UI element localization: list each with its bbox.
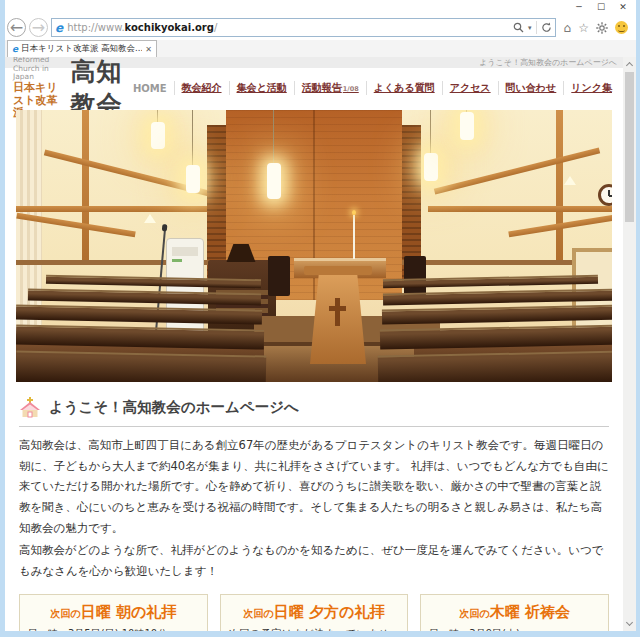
cross-icon [335,298,340,326]
cross-icon [329,306,346,311]
ie-tab-icon: e [12,44,18,54]
box-title-prefix: 次回の [459,608,489,619]
morning-worship-box: 次回の日曜 朝の礼拝 日 時：3月5日(日) 10時10分 説教題：「信仰こそ神… [19,594,208,631]
tab-bar: e 日本キリスト改革派 高知教会... ✕ [5,40,636,57]
evening-worship-box: 次回の日曜 夕方の礼拝 次回の予定はまだ決まっていません [220,594,409,631]
box-title-prefix: 次回の [50,608,80,619]
prayer-meeting-box: 次回の木曜 祈祷会 日 時：3月9日(木) 讃美歌：322番 解 説：小澤寿輔 … [420,594,609,631]
church-icon [19,396,41,418]
no-schedule-text: 次回の予定はまだ決まっていません [229,627,400,631]
nav-meetings[interactable]: 集会と活動 [229,81,294,95]
chair [404,256,426,296]
wood-beam [434,148,600,195]
ie-icon: e [55,21,63,35]
row-value: 3月9日(木) [469,627,600,631]
nav-activity-badge: 1/08 [343,85,359,93]
tab-close-icon[interactable]: ✕ [145,45,152,54]
box-title: 次回の日曜 朝の礼拝 [28,602,199,622]
lamp-cord [430,110,431,153]
pew [378,350,612,382]
nav-home[interactable]: HOME [126,83,174,94]
site-header: Reformed Church in Japan 日本キリスト改革派 高知教会 … [5,68,623,108]
nav-activity-report[interactable]: 活動報告1/08 [294,81,366,95]
pendant-lamp [460,112,474,140]
nav-contact[interactable]: 問い合わせ [498,81,564,95]
scroll-down-icon[interactable] [623,617,636,631]
close-button[interactable]: ✕ [612,0,634,15]
pendant-lamp [151,122,165,149]
intro-paragraph-1: 高知教会は、高知市上町四丁目にある創立67年の歴史があるプロテスタントのキリスト… [19,435,609,538]
nav-links[interactable]: リンク集 [563,81,619,95]
box-title-main: 日曜 夕方の礼拝 [274,603,385,621]
church-photo [16,110,612,382]
url-text[interactable]: http://www.kochikyokai.org/ [67,22,513,33]
box-title-prefix: 次回の [244,608,274,619]
search-dropdown-icon[interactable]: ▾ [528,24,532,32]
forward-button[interactable]: → [29,18,48,37]
tab-title: 日本キリスト改革派 高知教会... [21,43,142,55]
maximize-button[interactable]: ☐ [590,0,612,15]
browser-toolbar: ← → e http://www.kochikyokai.org/ ▾ ⌂ ☆ [5,15,636,40]
refresh-icon[interactable] [541,22,552,33]
settings-gear-icon[interactable] [596,22,608,34]
divider [536,21,537,34]
scroll-up-icon[interactable] [623,57,636,71]
wood-beam [428,206,612,212]
wood-beam [82,110,89,260]
pendant-lamp [186,165,200,193]
pendant-lamp [267,163,281,199]
wood-beam [16,206,216,212]
address-bar[interactable]: e http://www.kochikyokai.org/ ▾ [51,18,556,37]
home-icon[interactable]: ⌂ [564,22,572,34]
lamp-cord [273,110,274,163]
title-bar: ─ ☐ ✕ [5,0,636,15]
pulpit-top [304,266,372,275]
nav-access[interactable]: アクセス [442,81,498,95]
detail-row: 日 時：3月5日(日) 10時10分 [28,627,199,631]
nav-church-intro[interactable]: 教会紹介 [174,81,229,95]
detail-row: 日 時：3月9日(木) [429,627,600,631]
search-icon[interactable] [513,22,524,33]
chair [268,256,290,296]
box-title: 次回の木曜 祈祷会 [429,602,600,622]
intro-paragraph-2: 高知教会がどのような所で、礼拝がどのようなものかを知るために、ぜひ一度足を運んで… [19,540,609,581]
wood-beam [556,110,563,260]
favorites-star-icon[interactable]: ☆ [578,22,589,34]
nav-faq[interactable]: よくある質問 [366,81,442,95]
welcome-heading: ようこそ！高知教会のホームページへ [49,398,299,417]
scrollbar-thumb[interactable] [625,72,634,222]
browser-tab[interactable]: e 日本キリスト改革派 高知教会... ✕ [7,40,157,57]
box-title: 次回の日曜 夕方の礼拝 [229,602,400,622]
wall-sconce [564,176,576,185]
box-title-main: 木曜 祈祷会 [490,603,570,621]
minimize-button[interactable]: ─ [568,0,590,15]
row-label: 日 時： [429,627,469,631]
pendant-lamp [424,153,438,181]
intro-text: 高知教会は、高知市上町四丁目にある創立67年の歴史があるプロテスタントのキリスト… [19,435,609,582]
main-nav: HOME 教会紹介 集会と活動 活動報告1/08 よくある質問 アクセス 問い合… [126,68,619,108]
pew [16,350,266,382]
lamp-cord [192,110,193,165]
webpage: ようこそ！高知教会のホームページへ Reformed Church in Jap… [5,57,623,631]
box-title-main: 日曜 朝の礼拝 [81,603,177,621]
vertical-scrollbar[interactable] [623,57,636,631]
row-value: 3月5日(日) 10時10分 [68,627,199,631]
service-boxes: 次回の日曜 朝の礼拝 日 時：3月5日(日) 10時10分 説教題：「信仰こそ神… [19,594,609,631]
logo-subtitle-en: Reformed Church in Japan [13,57,66,82]
wall-clock [598,184,612,206]
wall-sconce [144,214,156,223]
feedback-smiley-icon[interactable] [615,21,628,34]
row-label: 日 時： [28,627,68,631]
candle [353,215,355,259]
lamp-cord [157,110,158,122]
welcome-section: ようこそ！高知教会のホームページへ [19,396,609,427]
back-button[interactable]: ← [7,18,26,37]
browser-window: ─ ☐ ✕ ← → e http://www.kochikyokai.org/ … [0,0,640,637]
